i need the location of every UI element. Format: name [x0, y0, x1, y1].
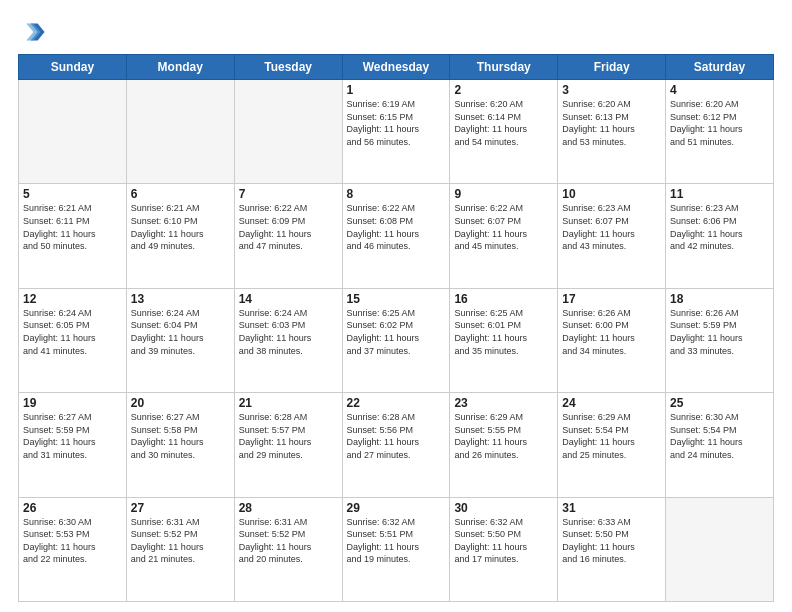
day-info: Sunrise: 6:28 AM Sunset: 5:56 PM Dayligh…	[347, 411, 446, 461]
day-number: 1	[347, 83, 446, 97]
day-number: 30	[454, 501, 553, 515]
day-number: 11	[670, 187, 769, 201]
day-info: Sunrise: 6:19 AM Sunset: 6:15 PM Dayligh…	[347, 98, 446, 148]
day-number: 7	[239, 187, 338, 201]
day-number: 3	[562, 83, 661, 97]
day-number: 29	[347, 501, 446, 515]
day-info: Sunrise: 6:32 AM Sunset: 5:50 PM Dayligh…	[454, 516, 553, 566]
day-number: 23	[454, 396, 553, 410]
calendar-cell: 19Sunrise: 6:27 AM Sunset: 5:59 PM Dayli…	[19, 393, 127, 497]
calendar-cell: 18Sunrise: 6:26 AM Sunset: 5:59 PM Dayli…	[666, 288, 774, 392]
day-number: 26	[23, 501, 122, 515]
day-info: Sunrise: 6:32 AM Sunset: 5:51 PM Dayligh…	[347, 516, 446, 566]
calendar-cell: 20Sunrise: 6:27 AM Sunset: 5:58 PM Dayli…	[126, 393, 234, 497]
day-info: Sunrise: 6:24 AM Sunset: 6:04 PM Dayligh…	[131, 307, 230, 357]
weekday-header: Monday	[126, 55, 234, 80]
day-number: 24	[562, 396, 661, 410]
day-info: Sunrise: 6:24 AM Sunset: 6:05 PM Dayligh…	[23, 307, 122, 357]
day-number: 31	[562, 501, 661, 515]
day-info: Sunrise: 6:20 AM Sunset: 6:13 PM Dayligh…	[562, 98, 661, 148]
calendar-cell: 5Sunrise: 6:21 AM Sunset: 6:11 PM Daylig…	[19, 184, 127, 288]
day-info: Sunrise: 6:22 AM Sunset: 6:07 PM Dayligh…	[454, 202, 553, 252]
day-info: Sunrise: 6:26 AM Sunset: 6:00 PM Dayligh…	[562, 307, 661, 357]
weekday-header: Friday	[558, 55, 666, 80]
calendar-cell: 14Sunrise: 6:24 AM Sunset: 6:03 PM Dayli…	[234, 288, 342, 392]
calendar-cell: 2Sunrise: 6:20 AM Sunset: 6:14 PM Daylig…	[450, 80, 558, 184]
calendar-cell	[234, 80, 342, 184]
calendar-cell: 16Sunrise: 6:25 AM Sunset: 6:01 PM Dayli…	[450, 288, 558, 392]
day-number: 25	[670, 396, 769, 410]
day-number: 4	[670, 83, 769, 97]
calendar-cell: 15Sunrise: 6:25 AM Sunset: 6:02 PM Dayli…	[342, 288, 450, 392]
day-number: 18	[670, 292, 769, 306]
calendar-cell: 6Sunrise: 6:21 AM Sunset: 6:10 PM Daylig…	[126, 184, 234, 288]
weekday-header: Tuesday	[234, 55, 342, 80]
day-number: 20	[131, 396, 230, 410]
logo-icon	[18, 18, 46, 46]
day-info: Sunrise: 6:33 AM Sunset: 5:50 PM Dayligh…	[562, 516, 661, 566]
day-info: Sunrise: 6:22 AM Sunset: 6:09 PM Dayligh…	[239, 202, 338, 252]
calendar-cell: 3Sunrise: 6:20 AM Sunset: 6:13 PM Daylig…	[558, 80, 666, 184]
calendar-cell: 28Sunrise: 6:31 AM Sunset: 5:52 PM Dayli…	[234, 497, 342, 601]
calendar-cell: 7Sunrise: 6:22 AM Sunset: 6:09 PM Daylig…	[234, 184, 342, 288]
day-number: 10	[562, 187, 661, 201]
weekday-header-row: SundayMondayTuesdayWednesdayThursdayFrid…	[19, 55, 774, 80]
day-info: Sunrise: 6:22 AM Sunset: 6:08 PM Dayligh…	[347, 202, 446, 252]
calendar-cell: 9Sunrise: 6:22 AM Sunset: 6:07 PM Daylig…	[450, 184, 558, 288]
day-number: 21	[239, 396, 338, 410]
day-number: 27	[131, 501, 230, 515]
calendar-cell	[666, 497, 774, 601]
calendar-cell: 4Sunrise: 6:20 AM Sunset: 6:12 PM Daylig…	[666, 80, 774, 184]
weekday-header: Saturday	[666, 55, 774, 80]
day-number: 22	[347, 396, 446, 410]
day-info: Sunrise: 6:26 AM Sunset: 5:59 PM Dayligh…	[670, 307, 769, 357]
calendar-cell: 12Sunrise: 6:24 AM Sunset: 6:05 PM Dayli…	[19, 288, 127, 392]
day-info: Sunrise: 6:30 AM Sunset: 5:53 PM Dayligh…	[23, 516, 122, 566]
day-info: Sunrise: 6:24 AM Sunset: 6:03 PM Dayligh…	[239, 307, 338, 357]
page: SundayMondayTuesdayWednesdayThursdayFrid…	[0, 0, 792, 612]
day-info: Sunrise: 6:21 AM Sunset: 6:11 PM Dayligh…	[23, 202, 122, 252]
day-number: 5	[23, 187, 122, 201]
day-number: 17	[562, 292, 661, 306]
day-info: Sunrise: 6:27 AM Sunset: 5:58 PM Dayligh…	[131, 411, 230, 461]
calendar-cell	[126, 80, 234, 184]
day-info: Sunrise: 6:29 AM Sunset: 5:54 PM Dayligh…	[562, 411, 661, 461]
day-info: Sunrise: 6:28 AM Sunset: 5:57 PM Dayligh…	[239, 411, 338, 461]
calendar-cell: 25Sunrise: 6:30 AM Sunset: 5:54 PM Dayli…	[666, 393, 774, 497]
calendar-week-row: 12Sunrise: 6:24 AM Sunset: 6:05 PM Dayli…	[19, 288, 774, 392]
calendar-cell: 17Sunrise: 6:26 AM Sunset: 6:00 PM Dayli…	[558, 288, 666, 392]
day-number: 19	[23, 396, 122, 410]
weekday-header: Wednesday	[342, 55, 450, 80]
calendar-cell: 1Sunrise: 6:19 AM Sunset: 6:15 PM Daylig…	[342, 80, 450, 184]
calendar-cell: 26Sunrise: 6:30 AM Sunset: 5:53 PM Dayli…	[19, 497, 127, 601]
calendar-cell: 24Sunrise: 6:29 AM Sunset: 5:54 PM Dayli…	[558, 393, 666, 497]
day-info: Sunrise: 6:31 AM Sunset: 5:52 PM Dayligh…	[131, 516, 230, 566]
calendar-week-row: 26Sunrise: 6:30 AM Sunset: 5:53 PM Dayli…	[19, 497, 774, 601]
day-info: Sunrise: 6:25 AM Sunset: 6:02 PM Dayligh…	[347, 307, 446, 357]
calendar-cell: 13Sunrise: 6:24 AM Sunset: 6:04 PM Dayli…	[126, 288, 234, 392]
calendar-cell: 31Sunrise: 6:33 AM Sunset: 5:50 PM Dayli…	[558, 497, 666, 601]
day-number: 14	[239, 292, 338, 306]
day-info: Sunrise: 6:23 AM Sunset: 6:07 PM Dayligh…	[562, 202, 661, 252]
day-number: 15	[347, 292, 446, 306]
header	[18, 18, 774, 46]
day-number: 8	[347, 187, 446, 201]
day-info: Sunrise: 6:20 AM Sunset: 6:12 PM Dayligh…	[670, 98, 769, 148]
calendar-cell: 21Sunrise: 6:28 AM Sunset: 5:57 PM Dayli…	[234, 393, 342, 497]
day-number: 6	[131, 187, 230, 201]
day-number: 13	[131, 292, 230, 306]
day-info: Sunrise: 6:23 AM Sunset: 6:06 PM Dayligh…	[670, 202, 769, 252]
weekday-header: Thursday	[450, 55, 558, 80]
calendar-cell: 11Sunrise: 6:23 AM Sunset: 6:06 PM Dayli…	[666, 184, 774, 288]
calendar-cell: 10Sunrise: 6:23 AM Sunset: 6:07 PM Dayli…	[558, 184, 666, 288]
day-number: 2	[454, 83, 553, 97]
day-info: Sunrise: 6:20 AM Sunset: 6:14 PM Dayligh…	[454, 98, 553, 148]
calendar-week-row: 5Sunrise: 6:21 AM Sunset: 6:11 PM Daylig…	[19, 184, 774, 288]
logo	[18, 18, 50, 46]
calendar-cell	[19, 80, 127, 184]
calendar-cell: 22Sunrise: 6:28 AM Sunset: 5:56 PM Dayli…	[342, 393, 450, 497]
day-info: Sunrise: 6:29 AM Sunset: 5:55 PM Dayligh…	[454, 411, 553, 461]
day-number: 16	[454, 292, 553, 306]
day-info: Sunrise: 6:31 AM Sunset: 5:52 PM Dayligh…	[239, 516, 338, 566]
calendar-cell: 29Sunrise: 6:32 AM Sunset: 5:51 PM Dayli…	[342, 497, 450, 601]
